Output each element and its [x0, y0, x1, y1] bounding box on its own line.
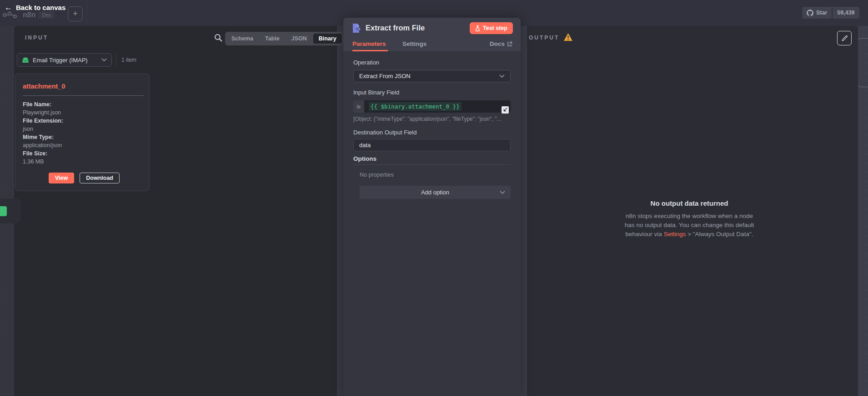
expression-text: {{ $binary.attachment_0 }}	[369, 102, 462, 111]
back-arrow-icon: ←	[5, 4, 12, 11]
active-tab-underline	[352, 50, 388, 51]
tab-table[interactable]: Table	[260, 34, 285, 44]
chevron-down-icon	[499, 74, 505, 78]
tab-binary[interactable]: Binary	[313, 34, 342, 44]
file-size-value: 1.36 MB	[23, 158, 144, 166]
email-trigger-icon	[22, 56, 29, 64]
output-empty-state: No output data returned n8n stops execut…	[521, 199, 858, 239]
input-panel: INPUT Schema Table JSON Binary Email Tri…	[14, 26, 343, 396]
destination-field-label: Destination Output Field	[353, 129, 416, 136]
env-badge: Dev	[38, 11, 55, 19]
n8n-logo-icon	[3, 11, 20, 19]
back-label: Back to canvas	[16, 4, 65, 11]
node-title: Extract from File	[366, 24, 425, 32]
input-panel-drag-handle[interactable]	[337, 26, 343, 396]
external-link-icon	[507, 41, 512, 47]
chevron-down-icon	[101, 58, 107, 62]
divider	[116, 54, 116, 66]
add-option-button[interactable]: Add option	[360, 186, 511, 199]
empty-state-title: No output data returned	[521, 199, 858, 207]
expand-icon	[503, 108, 507, 112]
github-star-count[interactable]: 59,439	[833, 7, 859, 19]
divider	[353, 164, 511, 165]
input-panel-title: INPUT	[25, 35, 48, 41]
no-properties-text: No properties	[360, 172, 394, 178]
binary-file-key: attachment_0	[23, 83, 65, 90]
mime-type-value: application/json	[23, 141, 144, 149]
download-button[interactable]: Download	[80, 173, 120, 183]
warning-icon	[563, 33, 573, 41]
file-extension-value: json	[23, 125, 144, 133]
add-tab-button[interactable]: +	[68, 6, 83, 21]
flask-icon	[475, 25, 480, 31]
destination-field-input[interactable]	[353, 139, 511, 151]
star-label: Star	[816, 10, 827, 16]
github-star-button[interactable]: Star	[802, 7, 832, 19]
logo-area: n8n Dev ← Back to canvas +	[0, 0, 87, 26]
back-to-canvas-button[interactable]: ← Back to canvas	[5, 4, 65, 11]
view-button[interactable]: View	[49, 173, 74, 183]
options-heading: Options	[353, 155, 376, 162]
output-panel-title: OUTPUT	[529, 35, 559, 41]
empty-state-line1: n8n stops executing the workflow when a …	[521, 212, 858, 221]
add-option-label: Add option	[421, 189, 449, 196]
test-step-button[interactable]: Test step	[470, 22, 513, 34]
line3-suffix: > "Always Output Data".	[686, 231, 753, 238]
star-count-value: 59,439	[837, 10, 854, 16]
file-size-label: File Size:	[23, 149, 144, 158]
operation-label: Operation	[353, 59, 379, 66]
github-star-widget[interactable]: Star 59,439	[802, 7, 859, 19]
input-source-select[interactable]: Email Trigger (IMAP)	[17, 53, 112, 67]
binary-file-card: attachment_0 File Name: Playwright.json …	[15, 74, 150, 191]
email-trigger-node-icon	[0, 206, 7, 216]
fx-icon: fx	[353, 100, 364, 113]
input-binary-field-label: Input Binary Field	[353, 89, 399, 96]
edit-output-button[interactable]	[837, 31, 852, 45]
expand-expression-button[interactable]	[502, 106, 509, 114]
file-extension-label: File Extension:	[23, 117, 144, 125]
extract-from-file-icon	[351, 23, 362, 34]
items-count: 1 item	[121, 57, 136, 63]
input-view-tabs: Schema Table JSON Binary	[225, 32, 343, 45]
node-detail-panel: Extract from File Test step Parameters S…	[343, 18, 521, 396]
output-panel: OUTPUT No output data returned n8n stops…	[521, 26, 858, 396]
expression-value-area[interactable]: {{ $binary.attachment_0 }}	[364, 100, 511, 113]
tab-settings[interactable]: Settings	[402, 40, 426, 47]
empty-state-line2: has no output data. You can change this …	[521, 221, 858, 230]
search-icon[interactable]	[214, 33, 223, 42]
input-source-value: Email Trigger (IMAP)	[33, 57, 98, 64]
pencil-icon	[841, 35, 848, 42]
email-trigger-node-peek[interactable]	[0, 198, 21, 223]
operation-select[interactable]: Extract From JSON	[353, 70, 511, 82]
expression-result-hint: [Object: {"mimeType": "application/json"…	[353, 116, 511, 122]
divider	[23, 95, 144, 96]
input-binary-field-expression[interactable]: fx {{ $binary.attachment_0 }}	[353, 100, 511, 113]
test-step-label: Test step	[483, 25, 507, 31]
settings-link[interactable]: Settings	[664, 231, 686, 238]
binary-card-actions: View Download	[49, 173, 120, 183]
logo-text: n8n	[23, 11, 35, 19]
node-header: Extract from File Test step Parameters S…	[343, 18, 521, 51]
canvas-node-partial	[857, 38, 868, 87]
file-name-value: Playwright.json	[23, 109, 144, 117]
docs-link[interactable]: Docs	[490, 40, 512, 47]
mime-type-label: Mime Type:	[23, 133, 144, 141]
binary-file-fields: File Name: Playwright.json File Extensio…	[23, 100, 144, 166]
line3-prefix: behaviour via	[626, 231, 664, 238]
file-name-label: File Name:	[23, 100, 144, 109]
tab-parameters[interactable]: Parameters	[352, 40, 386, 47]
tab-schema[interactable]: Schema	[226, 34, 259, 44]
operation-value: Extract From JSON	[359, 73, 499, 79]
chevron-down-icon	[500, 191, 505, 194]
github-icon	[807, 10, 813, 16]
docs-label: Docs	[490, 40, 505, 47]
n8n-logo: n8n Dev	[3, 11, 55, 19]
empty-state-line3: behaviour via Settings > "Always Output …	[521, 230, 858, 239]
tab-json[interactable]: JSON	[286, 34, 312, 44]
